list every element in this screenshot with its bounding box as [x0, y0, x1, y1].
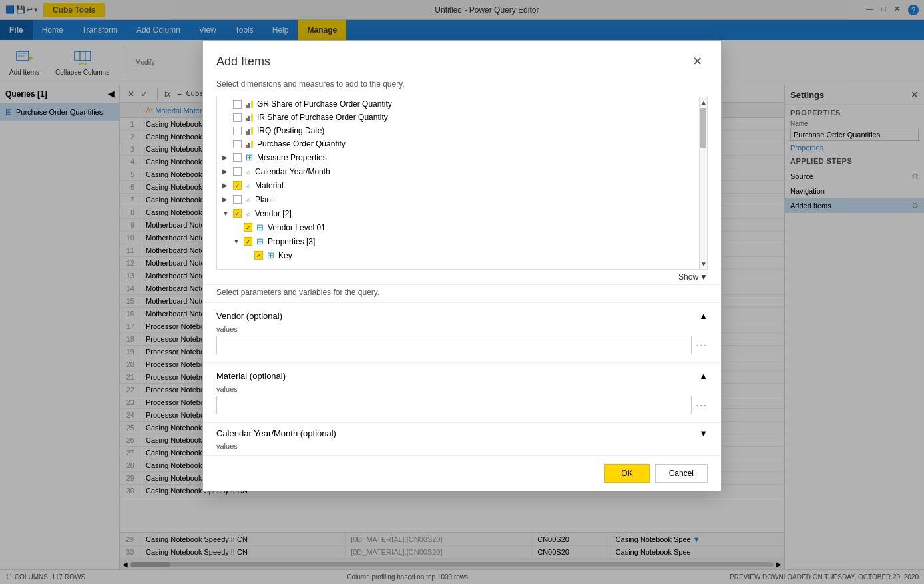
tree-item-plant[interactable]: ▶ ⬦ Plant: [217, 192, 707, 206]
expand-icon[interactable]: ▶: [222, 168, 230, 175]
add-items-modal: Add Items ✕ Select dimensions and measur…: [202, 40, 722, 491]
checkbox-properties[interactable]: ✓: [244, 237, 252, 246]
vendor-values-label: values: [216, 325, 708, 333]
vendor-param-section: Vendor (optional) ▲ values ···: [203, 302, 721, 362]
calendar-param-label: Calendar Year/Month (optional): [216, 428, 336, 438]
tree-item-vendor-level01[interactable]: ✓ ⊞ Vendor Level 01: [228, 220, 707, 234]
material-param-label: Material (optional): [216, 371, 286, 381]
modal-close-button[interactable]: ✕: [687, 51, 708, 71]
ok-button[interactable]: OK: [604, 464, 649, 483]
tree-label-properties: Properties [3]: [268, 237, 315, 246]
tree-label-irq: IRQ (Posting Date): [257, 126, 324, 135]
expand-icon[interactable]: ▼: [222, 210, 230, 217]
calendar-param-section: Calendar Year/Month (optional) ▼ values: [203, 422, 721, 455]
tree-label-measure-props: Measure Properties: [257, 153, 327, 162]
calendar-expand-icon[interactable]: ▼: [699, 428, 708, 438]
tree-item-material[interactable]: ▶ ✓ ⬦ Material: [217, 178, 707, 192]
params-subtitle: Select parameters and variables for the …: [203, 284, 721, 302]
tree-item-ir-share[interactable]: IR Share of Purchase Order Quantity: [217, 111, 707, 124]
modal-header: Add Items ✕: [203, 41, 721, 77]
checkbox-plant[interactable]: [233, 195, 242, 204]
tree-label-ir-share: IR Share of Purchase Order Quantity: [257, 113, 388, 122]
material-collapse-icon[interactable]: ▲: [699, 371, 708, 381]
checkbox-key[interactable]: ✓: [254, 251, 263, 260]
checkbox-gr-share[interactable]: [233, 100, 242, 109]
tree-label-material: Material: [255, 181, 284, 190]
tree-label-calendar: Calendar Year/Month: [255, 167, 330, 176]
tree-label-vendor: Vendor [2]: [255, 209, 292, 218]
checkbox-calendar[interactable]: [233, 167, 242, 176]
checkbox-poq[interactable]: [233, 140, 242, 148]
tree-item-measure-props[interactable]: ▶ ⊞ Measure Properties: [217, 150, 707, 164]
material-input-row: ···: [216, 396, 708, 414]
show-row: Show ▼: [203, 270, 721, 284]
vendor-param-header[interactable]: Vendor (optional) ▲: [216, 311, 708, 321]
dim-icon: ⬦: [246, 194, 251, 204]
measure-icon: [246, 141, 253, 148]
modal-subtitle: Select dimensions and measures to add to…: [203, 77, 721, 97]
tree-label-plant: Plant: [255, 195, 273, 204]
measure-icon: [246, 114, 253, 121]
show-chevron-icon: ▼: [700, 272, 708, 282]
calendar-values-label: values: [216, 442, 708, 450]
tree-item-irq[interactable]: IRQ (Posting Date): [217, 124, 707, 137]
material-dots-button[interactable]: ···: [696, 400, 708, 410]
dim-icon: ⬦: [246, 166, 251, 176]
table-icon: ⊞: [267, 250, 274, 260]
tree-item-calendar[interactable]: ▶ ⬦ Calendar Year/Month: [217, 164, 707, 178]
expand-icon[interactable]: ▶: [222, 182, 230, 189]
checkbox-vendor[interactable]: ✓: [233, 209, 242, 218]
tree-label-gr-share: GR Share of Purchase Order Quantity: [257, 99, 392, 109]
tree-item-properties[interactable]: ▼ ✓ ⊞ Properties [3]: [228, 234, 707, 248]
tree-label-vendor-level01: Vendor Level 01: [268, 223, 326, 232]
material-input[interactable]: [216, 396, 692, 414]
tree-item-poq[interactable]: Purchase Order Quantity: [217, 137, 707, 150]
material-values-label: values: [216, 385, 708, 393]
dim-icon: ⬦: [246, 180, 251, 190]
tree-label-key: Key: [278, 251, 292, 260]
tree-item-vendor[interactable]: ▼ ✓ ⬦ Vendor [2]: [217, 206, 707, 220]
expand-icon[interactable]: ▶: [222, 196, 230, 203]
expand-icon[interactable]: ▶: [222, 154, 230, 161]
measure-icon: [246, 101, 253, 108]
vendor-collapse-icon[interactable]: ▲: [699, 311, 708, 321]
vendor-dots-button[interactable]: ···: [696, 340, 708, 350]
show-button[interactable]: Show ▼: [678, 272, 708, 282]
cancel-button[interactable]: Cancel: [655, 464, 708, 483]
tree-item-gr-share[interactable]: GR Share of Purchase Order Quantity: [217, 97, 707, 111]
tree-scrollbar[interactable]: ▲ ▼: [699, 97, 707, 269]
material-param-section: Material (optional) ▲ values ···: [203, 362, 721, 422]
table-icon: ⊞: [246, 152, 253, 162]
table-icon: ⊞: [256, 236, 264, 246]
modal-title: Add Items: [216, 55, 270, 69]
modal-footer: OK Cancel: [203, 455, 721, 491]
tree-area[interactable]: GR Share of Purchase Order Quantity IR S…: [216, 97, 708, 270]
tree-label-poq: Purchase Order Quantity: [257, 139, 346, 148]
checkbox-irq[interactable]: [233, 127, 242, 135]
vendor-input-row: ···: [216, 336, 708, 354]
dim-icon: ⬦: [246, 208, 251, 218]
vendor-input[interactable]: [216, 336, 692, 354]
show-label: Show: [678, 272, 698, 282]
measure-icon: [246, 127, 253, 135]
modal-overlay: Add Items ✕ Select dimensions and measur…: [0, 0, 924, 584]
vendor-param-label: Vendor (optional): [216, 311, 282, 321]
scroll-thumb[interactable]: [700, 108, 706, 148]
material-param-header[interactable]: Material (optional) ▲: [216, 371, 708, 381]
scroll-down-btn[interactable]: ▼: [700, 260, 706, 268]
checkbox-ir-share[interactable]: [233, 113, 242, 122]
checkbox-measure-props[interactable]: [233, 153, 242, 162]
calendar-param-header[interactable]: Calendar Year/Month (optional) ▼: [216, 428, 708, 438]
checkbox-material[interactable]: ✓: [233, 181, 242, 190]
table-icon: ⊞: [256, 222, 264, 232]
expand-icon[interactable]: ▼: [233, 238, 241, 245]
tree-item-key[interactable]: ✓ ⊞ Key: [238, 248, 707, 262]
checkbox-vendor-level01[interactable]: ✓: [244, 223, 252, 232]
scroll-up-btn[interactable]: ▲: [700, 99, 706, 106]
